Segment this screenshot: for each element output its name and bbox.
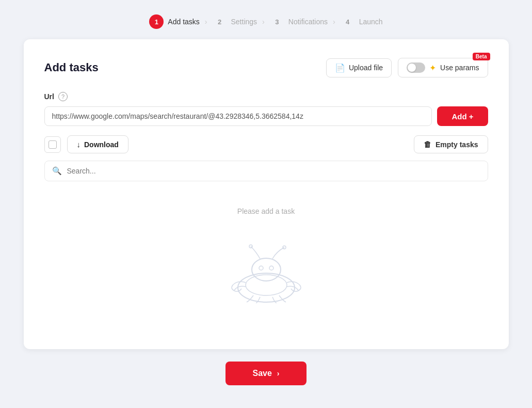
empty-tasks-label: Empty tasks — [436, 140, 478, 149]
step-3-label: Notifications — [288, 18, 328, 26]
search-input-wrapper: 🔍 — [44, 161, 488, 181]
save-chevron-icon: › — [277, 369, 280, 378]
action-row: ↓ Download 🗑 Empty tasks — [44, 135, 488, 153]
select-all-checkbox[interactable] — [44, 136, 61, 153]
footer: Save › — [0, 349, 532, 401]
toggle-knob — [408, 64, 416, 72]
download-arrow-icon: ↓ — [77, 140, 81, 149]
step-3-number: 3 — [270, 14, 284, 29]
upload-file-label: Upload file — [349, 64, 383, 72]
file-icon: 📄 — [335, 63, 345, 73]
step-1-number: 1 — [149, 14, 164, 29]
step-chevron-1: › — [205, 18, 207, 26]
empty-state: Please add a task — [44, 197, 488, 303]
step-chevron-3: › — [333, 18, 335, 26]
main-card: Add tasks 📄 Upload file Beta ✦ Use param… — [24, 39, 509, 349]
step-3[interactable]: 3 Notifications — [270, 14, 328, 29]
search-icon: 🔍 — [52, 166, 62, 176]
step-2-label: Settings — [231, 18, 257, 26]
empty-tasks-button[interactable]: 🗑 Empty tasks — [414, 135, 488, 153]
upload-file-button[interactable]: 📄 Upload file — [326, 58, 392, 77]
step-4[interactable]: 4 Launch — [341, 14, 383, 29]
use-params-button[interactable]: ✦ Use params — [398, 58, 488, 77]
svg-point-1 — [246, 275, 287, 295]
step-4-number: 4 — [341, 14, 355, 29]
empty-state-text: Please add a task — [237, 207, 295, 215]
step-2-number: 2 — [213, 14, 227, 29]
checkbox-inner — [49, 140, 57, 149]
url-label-row: Url ? — [44, 92, 488, 101]
stepper: 1 Add tasks › 2 Settings › 3 Notificatio… — [0, 0, 532, 39]
use-params-toggle[interactable] — [407, 62, 425, 73]
step-1[interactable]: 1 Add tasks — [149, 14, 199, 29]
trash-icon: 🗑 — [424, 140, 431, 149]
search-input[interactable] — [67, 167, 480, 175]
url-label: Url — [44, 92, 54, 101]
beta-badge: Beta — [473, 53, 490, 60]
use-params-label: Use params — [440, 64, 479, 72]
svg-point-2 — [252, 258, 281, 281]
save-label: Save — [252, 369, 271, 378]
add-button[interactable]: Add + — [437, 106, 488, 126]
help-icon[interactable]: ? — [58, 92, 68, 101]
save-button[interactable]: Save › — [225, 362, 306, 385]
card-header: Add tasks 📄 Upload file Beta ✦ Use param… — [44, 58, 488, 77]
svg-point-3 — [259, 266, 263, 270]
use-params-wrapper: Beta ✦ Use params — [398, 58, 488, 77]
download-button[interactable]: ↓ Download — [67, 135, 128, 153]
step-2[interactable]: 2 Settings — [213, 14, 257, 29]
step-4-label: Launch — [359, 18, 383, 26]
url-input-row: Add + — [44, 106, 488, 126]
page-title: Add tasks — [44, 61, 99, 74]
svg-point-6 — [283, 246, 286, 249]
step-1-label: Add tasks — [168, 18, 199, 26]
search-row: 🔍 — [44, 161, 488, 181]
step-chevron-2: › — [262, 18, 265, 26]
header-actions: 📄 Upload file Beta ✦ Use params — [326, 58, 488, 77]
robot-illustration — [204, 231, 328, 303]
svg-point-4 — [269, 266, 273, 270]
star-icon: ✦ — [429, 63, 436, 73]
download-label: Download — [84, 140, 119, 149]
url-input[interactable] — [44, 106, 432, 126]
